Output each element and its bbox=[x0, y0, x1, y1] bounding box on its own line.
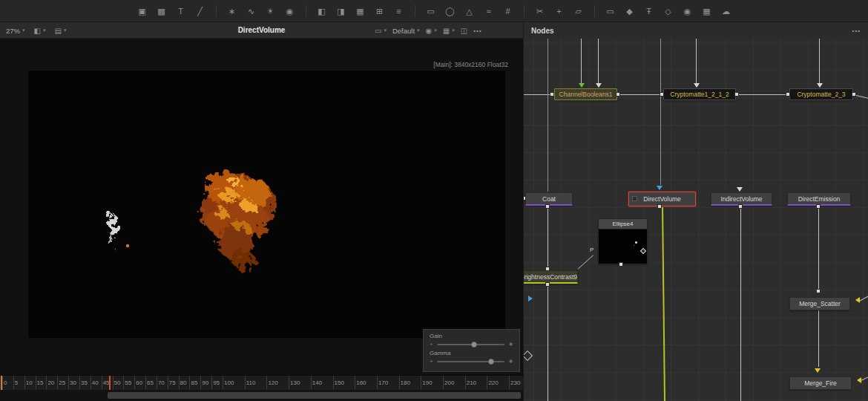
zoom-select[interactable]: 27% ▾ bbox=[6, 27, 25, 35]
node-connection[interactable] bbox=[818, 310, 819, 367]
node-DirectVolume[interactable]: DirectVolume bbox=[628, 192, 696, 206]
gain-reset-icon[interactable]: + bbox=[430, 341, 433, 348]
tracker-icon[interactable]: + bbox=[553, 5, 565, 17]
node-disable-checkbox[interactable] bbox=[632, 196, 637, 201]
connector-square[interactable] bbox=[816, 289, 821, 293]
connector-square[interactable] bbox=[738, 204, 743, 209]
node-connection[interactable] bbox=[598, 39, 599, 83]
colorcurves-icon[interactable]: ∿ bbox=[246, 5, 257, 17]
connector-arrow-icon[interactable] bbox=[694, 83, 700, 88]
connector-arrow-icon[interactable] bbox=[596, 83, 602, 88]
node-connection[interactable] bbox=[818, 206, 819, 293]
node-connection[interactable] bbox=[548, 206, 548, 270]
node-connection[interactable] bbox=[617, 94, 663, 95]
connector-square[interactable] bbox=[816, 204, 821, 209]
connector-square[interactable] bbox=[657, 204, 662, 209]
connector-square[interactable] bbox=[734, 92, 739, 97]
lut-select[interactable]: Default ▾ bbox=[392, 27, 420, 35]
imageplane3d-icon[interactable]: ▭ bbox=[605, 5, 617, 17]
connector-square[interactable] bbox=[852, 92, 856, 97]
rectangle-mask-icon[interactable]: ▭ bbox=[425, 5, 437, 17]
gain-slider-track[interactable] bbox=[437, 344, 505, 345]
connector-arrow-icon[interactable] bbox=[657, 186, 662, 190]
connector-arrow-icon[interactable] bbox=[737, 187, 743, 192]
node-Cryptomatte_2_3[interactable]: Cryptomatte_2_3 bbox=[789, 88, 853, 100]
diamond-marker-icon[interactable] bbox=[523, 351, 533, 361]
guides-select[interactable]: ▦ ▾ bbox=[443, 27, 455, 35]
text-tool-icon[interactable]: T bbox=[175, 5, 187, 17]
connector-square[interactable] bbox=[619, 262, 623, 267]
text3d-icon[interactable]: Ŧ bbox=[643, 5, 655, 17]
connector-arrow-icon[interactable] bbox=[579, 83, 585, 88]
node-connection[interactable] bbox=[819, 39, 820, 83]
connector-arrow-icon[interactable] bbox=[528, 296, 533, 301]
viewer-panel[interactable]: [Main]: 3840x2160 Float32 bbox=[0, 39, 523, 375]
node-connection[interactable] bbox=[736, 94, 789, 95]
node-Merge_Scatter[interactable]: Merge_Scatter bbox=[789, 297, 850, 310]
dissolve-icon[interactable]: ◨ bbox=[335, 5, 347, 17]
planartracker-icon[interactable]: ▱ bbox=[573, 5, 585, 17]
node-connection[interactable] bbox=[548, 39, 548, 192]
connector-square[interactable] bbox=[523, 196, 526, 200]
node-connection[interactable] bbox=[577, 255, 594, 270]
connector-square[interactable] bbox=[550, 92, 554, 97]
colorcorrector-icon[interactable]: ∗ bbox=[226, 5, 238, 17]
paint-tool-icon[interactable]: ╱ bbox=[194, 5, 206, 17]
node-connection[interactable] bbox=[581, 39, 582, 83]
polygon-mask-icon[interactable]: △ bbox=[464, 5, 476, 17]
background-generator-icon[interactable]: ▣ bbox=[137, 5, 148, 17]
connector-arrow-icon[interactable] bbox=[855, 297, 860, 303]
gain-pin-icon[interactable]: ∗ bbox=[508, 341, 513, 348]
node-Merge_Fire[interactable]: Merge_Fire bbox=[789, 376, 852, 390]
merge-icon[interactable]: ◧ bbox=[316, 5, 328, 17]
gamma-reset-icon[interactable]: + bbox=[430, 358, 433, 365]
node-connection[interactable] bbox=[861, 376, 868, 381]
node-connection[interactable] bbox=[740, 206, 741, 401]
gain-slider-knob[interactable] bbox=[471, 342, 477, 348]
gamma-slider-track[interactable] bbox=[437, 361, 505, 362]
bspline-mask-icon[interactable]: ≈ bbox=[483, 5, 495, 17]
camera3d-icon[interactable]: ◉ bbox=[682, 5, 694, 17]
connector-arrow-icon[interactable] bbox=[817, 83, 823, 88]
renderer3d-icon[interactable]: ▦ bbox=[701, 5, 713, 17]
magicmask-icon[interactable]: # bbox=[502, 5, 514, 17]
connector-arrow-icon[interactable] bbox=[815, 368, 821, 373]
viewer-layout-select[interactable]: ▤ ▾ bbox=[55, 27, 67, 35]
connector-square[interactable] bbox=[545, 282, 550, 287]
deltakeyer-icon[interactable]: ✂ bbox=[534, 5, 546, 17]
blur-icon[interactable]: ◉ bbox=[284, 5, 296, 17]
roi-select[interactable]: ▭ ▾ bbox=[375, 27, 387, 35]
node-ChannelBooleans1[interactable]: ChannelBooleans1 bbox=[554, 88, 617, 100]
multimerge-icon[interactable]: ≡ bbox=[393, 5, 405, 17]
nodes-panel-menu[interactable]: ••• bbox=[852, 27, 861, 34]
gamma-pin-icon[interactable]: ∗ bbox=[508, 358, 513, 365]
mattecontrol-icon[interactable]: ▦ bbox=[355, 5, 366, 17]
shape3d-icon[interactable]: ◆ bbox=[624, 5, 636, 17]
gamut-select[interactable]: ◉ ▾ bbox=[426, 27, 437, 35]
connector-square[interactable] bbox=[545, 267, 550, 271]
ellipse-mask-icon[interactable]: ◯ bbox=[444, 5, 456, 17]
node-graph[interactable]: ChannelBooleans1Cryptomatte1_2_1_2Crypto… bbox=[523, 39, 868, 401]
channelbooleans-icon[interactable]: ⊞ bbox=[374, 5, 386, 17]
playhead[interactable] bbox=[109, 376, 111, 390]
node-Cryptomatte1_2_1_2[interactable]: Cryptomatte1_2_1_2 bbox=[663, 88, 736, 100]
connector-square[interactable] bbox=[616, 92, 620, 97]
node-connection[interactable] bbox=[662, 206, 665, 401]
connector-square[interactable] bbox=[786, 92, 790, 97]
viewer-split-select[interactable]: ◧ ▾ bbox=[34, 27, 46, 35]
timeline-scrollbar-handle[interactable] bbox=[108, 392, 521, 399]
gamma-slider-knob[interactable] bbox=[488, 359, 494, 365]
node-connection[interactable] bbox=[548, 284, 548, 401]
connector-square[interactable] bbox=[660, 92, 664, 97]
viewer-options-menu[interactable]: ••• bbox=[473, 27, 481, 34]
node-Ellipse4[interactable]: Ellipse4 bbox=[598, 218, 648, 264]
node-connection[interactable] bbox=[660, 39, 661, 185]
timeline-ruler[interactable]: 0510152025303540455055606570758085909510… bbox=[0, 375, 523, 390]
particles-icon[interactable]: ☁ bbox=[720, 5, 732, 17]
glow-icon[interactable]: ☀ bbox=[265, 5, 277, 17]
merge3d-icon[interactable]: ◇ bbox=[662, 5, 674, 17]
connector-square[interactable] bbox=[545, 204, 550, 209]
fastnoise-icon[interactable]: ▩ bbox=[156, 5, 168, 17]
ab-compare-button[interactable]: ◫ bbox=[461, 27, 467, 35]
node-BrightnessContrast9[interactable]: BrightnessContrast9 bbox=[523, 270, 578, 284]
